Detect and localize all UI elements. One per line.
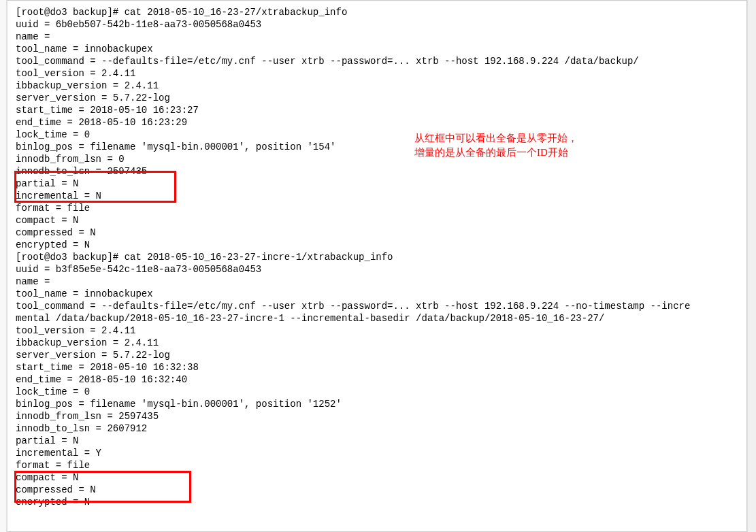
terminal-line: mental /data/backup/2018-05-10_16-23-27-…	[16, 312, 738, 325]
terminal-line: end_time = 2018-05-10 16:23:29	[16, 116, 738, 129]
terminal-line: format = file	[16, 202, 738, 214]
terminal-line: partial = N	[16, 178, 738, 190]
terminal-line: lock_time = 0	[16, 386, 738, 398]
terminal-line: incremental = Y	[16, 447, 738, 459]
terminal-line: lock_time = 0	[16, 129, 738, 141]
terminal-line: uuid = b3f85e5e-542c-11e8-aa73-0050568a0…	[16, 263, 738, 276]
terminal-line: compact = N	[16, 471, 738, 484]
annotation-text-line1: 从红框中可以看出全备是从零开始，	[414, 132, 578, 144]
terminal-output[interactable]: [root@do3 backup]# cat 2018-05-10_16-23-…	[7, 0, 747, 532]
terminal-line: [root@do3 backup]# cat 2018-05-10_16-23-…	[16, 251, 738, 263]
terminal-line: compressed = N	[16, 227, 738, 239]
terminal-line: innodb_from_lsn = 2597435	[16, 410, 738, 422]
terminal-line: innodb_from_lsn = 0	[16, 153, 738, 165]
terminal-line: tool_name = innobackupex	[16, 288, 738, 300]
terminal-line: tool_command = --defaults-file=/etc/my.c…	[16, 300, 738, 312]
terminal-line: ibbackup_version = 2.4.11	[16, 80, 738, 92]
terminal-line: name =	[16, 276, 738, 288]
terminal-line: compact = N	[16, 214, 738, 227]
terminal-line: incremental = N	[16, 190, 738, 202]
terminal-line: tool_version = 2.4.11	[16, 67, 738, 80]
terminal-line: uuid = 6b0eb507-542b-11e8-aa73-0050568a0…	[16, 18, 738, 31]
terminal-line: start_time = 2018-05-10 16:23:27	[16, 104, 738, 116]
terminal-line: server_version = 5.7.22-log	[16, 92, 738, 104]
terminal-line: ibbackup_version = 2.4.11	[16, 337, 738, 349]
annotation-text-line2: 增量的是从全备的最后一个ID开始	[414, 146, 568, 159]
terminal-line: innodb_to_lsn = 2597435	[16, 165, 738, 178]
terminal-line: start_time = 2018-05-10 16:32:38	[16, 361, 738, 373]
terminal-line: encrypted = N	[16, 239, 738, 251]
terminal-line: partial = N	[16, 435, 738, 447]
terminal-line: name =	[16, 31, 738, 43]
terminal-line: server_version = 5.7.22-log	[16, 349, 738, 361]
terminal-line: tool_name = innobackupex	[16, 43, 738, 55]
terminal-line: compressed = N	[16, 484, 738, 496]
terminal-line: tool_version = 2.4.11	[16, 325, 738, 337]
terminal-line: encrypted = N	[16, 496, 738, 508]
terminal-line: binlog_pos = filename 'mysql-bin.000001'…	[16, 141, 738, 153]
editor-gutter	[0, 0, 7, 532]
terminal-line: innodb_to_lsn = 2607912	[16, 422, 738, 435]
terminal-line: format = file	[16, 459, 738, 471]
vertical-scrollbar[interactable]	[747, 0, 756, 532]
terminal-line: binlog_pos = filename 'mysql-bin.000001'…	[16, 398, 738, 410]
terminal-line: end_time = 2018-05-10 16:32:40	[16, 373, 738, 386]
terminal-line: tool_command = --defaults-file=/etc/my.c…	[16, 55, 738, 67]
terminal-line: [root@do3 backup]# cat 2018-05-10_16-23-…	[16, 6, 738, 18]
